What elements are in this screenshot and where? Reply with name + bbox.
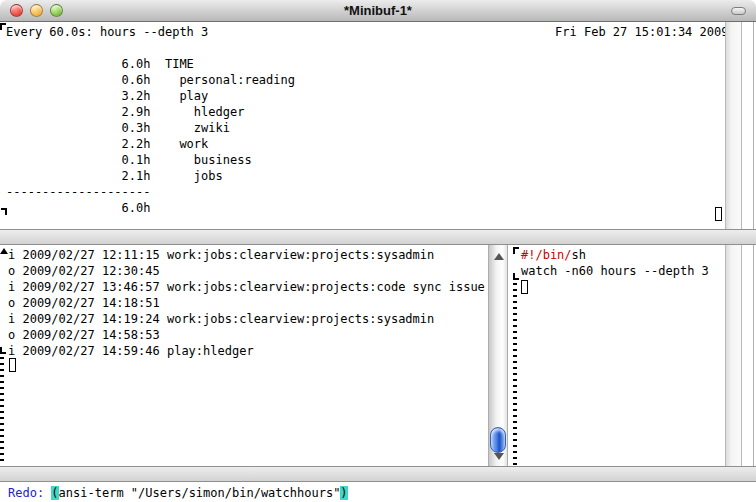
timelog-pane[interactable]: i 2009/02/27 12:11:15 work:jobs:clearvie… [0, 245, 488, 466]
modeline-timelog-text: --:-- current.timelog Bot (3726,0) darcs… [45, 481, 488, 482]
modeline-watchhours[interactable]: --:-- watchhours All (3,0) [488, 466, 756, 482]
inactive-cursor [715, 207, 722, 221]
emacs-window: *Minibuf-1* Every 60.0s: hours --depth 3… [0, 0, 756, 502]
modeline-row: --:-- current.timelog Bot (3726,0) darcs… [0, 466, 756, 482]
close-paren-highlight: ) [340, 486, 347, 500]
script-pane[interactable]: #!/bin/sh watch -n60 hours --depth 3 [508, 245, 756, 466]
window-title: *Minibuf-1* [0, 3, 756, 18]
fringe-empty-lines-icon [513, 283, 517, 465]
fringe-buffer-bottom-icon [1, 208, 7, 215]
minibuffer[interactable]: Redo: (ansi-term "/Users/simon/bin/watch… [0, 482, 756, 502]
shebang-interpreter: #!/bin/ [521, 248, 572, 262]
modeline-ansi-term[interactable]: -u:** *ansi-term* All (13,101) (Term: ch… [0, 229, 756, 245]
title-bar[interactable]: *Minibuf-1* [0, 0, 756, 22]
watch-output-text[interactable]: Every 60.0s: hours --depth 3 Fri Feb 27 … [6, 24, 728, 216]
window-edge [753, 245, 754, 466]
timelog-scrollbar[interactable] [488, 245, 508, 466]
fringe-buffer-bottom-icon [513, 273, 519, 280]
minibuffer-command: ansi-term "/Users/simon/bin/watchhours" [59, 486, 341, 500]
minibuffer-prompt: Redo: [8, 486, 51, 500]
scrollbar-thumb[interactable] [490, 427, 506, 453]
scroll-up-arrow[interactable] [494, 253, 504, 260]
scroll-down-arrow[interactable] [494, 453, 504, 460]
fringe-buffer-bottom-icon [0, 347, 6, 354]
open-paren-highlight: ( [51, 486, 58, 500]
fringe-buffer-top-icon [0, 23, 6, 30]
shebang-shell: sh [572, 248, 586, 262]
bottom-split: i 2009/02/27 12:11:15 work:jobs:clearvie… [0, 245, 756, 466]
shebang-line[interactable]: #!/bin/sh [521, 247, 709, 263]
watch-command-line[interactable]: watch -n60 hours --depth 3 [521, 263, 709, 279]
fringe-buffer-top-icon [513, 247, 519, 254]
inactive-cursor [521, 280, 528, 294]
modeline-watchhours-text: --:-- watchhours All (3,0) [533, 481, 750, 482]
top-pane-scrollbar[interactable] [725, 22, 742, 229]
ansi-term-pane[interactable]: Every 60.0s: hours --depth 3 Fri Feb 27 … [0, 22, 756, 229]
timelog-text[interactable]: i 2009/02/27 12:11:15 work:jobs:clearvie… [8, 247, 485, 359]
modeline-timelog[interactable]: --:-- current.timelog Bot (3726,0) darcs… [0, 466, 488, 482]
inactive-cursor [9, 358, 16, 372]
script-pane-scrollbar[interactable] [725, 245, 742, 466]
fringe-empty-lines-icon [0, 357, 4, 465]
fringe-more-above-icon [0, 248, 8, 254]
toolbar-lozenge-button[interactable] [731, 7, 746, 15]
window-edge [753, 22, 754, 229]
